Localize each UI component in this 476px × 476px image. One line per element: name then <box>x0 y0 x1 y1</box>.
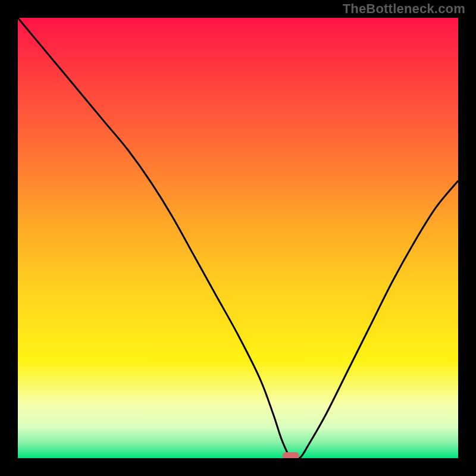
attribution-label: TheBottleneck.com <box>343 1 465 17</box>
chart-frame: TheBottleneck.com <box>0 0 476 476</box>
chart-background-gradient <box>18 18 458 458</box>
chart-svg <box>18 18 458 458</box>
bottleneck-chart <box>18 18 458 458</box>
optimal-marker <box>283 452 299 458</box>
